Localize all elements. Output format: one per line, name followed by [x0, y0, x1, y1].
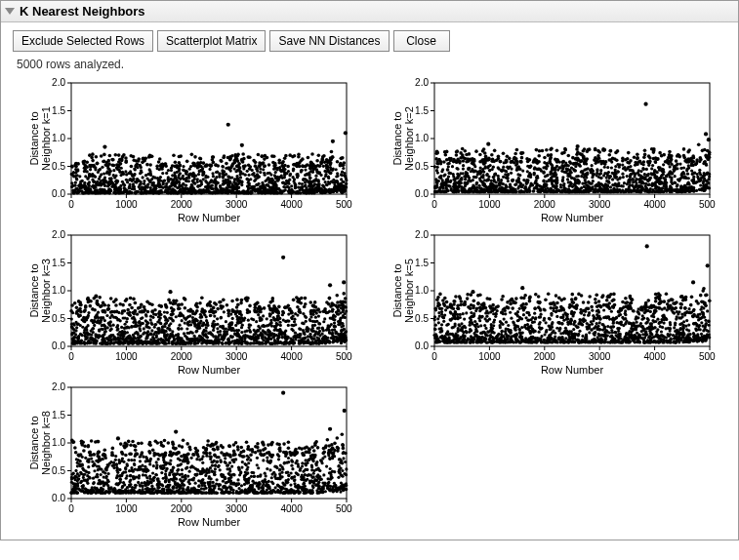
- svg-point-4752: [234, 324, 237, 327]
- svg-point-6327: [666, 327, 669, 330]
- svg-point-6621: [476, 302, 480, 306]
- svg-point-8034: [218, 483, 221, 486]
- svg-point-4429: [180, 327, 183, 330]
- svg-point-8149: [244, 489, 247, 492]
- svg-point-6707: [527, 297, 531, 300]
- svg-point-800: [218, 176, 221, 179]
- svg-text:1.5: 1.5: [415, 258, 429, 268]
- svg-point-2761: [545, 163, 548, 166]
- svg-point-8021: [266, 456, 268, 459]
- svg-point-3343: [550, 146, 554, 150]
- svg-point-6472: [456, 316, 459, 319]
- svg-point-8280: [103, 448, 106, 452]
- svg-point-6113: [693, 322, 696, 325]
- svg-point-6119: [625, 332, 628, 335]
- svg-point-8431: [246, 448, 250, 452]
- svg-point-2941: [493, 172, 496, 175]
- svg-point-8180: [249, 459, 252, 461]
- svg-point-6321: [472, 339, 475, 341]
- svg-point-6681: [459, 300, 463, 303]
- svg-point-1249: [280, 191, 283, 194]
- svg-point-1382: [152, 189, 155, 192]
- status-text: 5000 rows analyzed.: [1, 58, 738, 77]
- scatterplot-matrix-button[interactable]: Scatterplot Matrix: [157, 30, 266, 52]
- svg-point-6358: [472, 315, 474, 318]
- svg-point-7757: [79, 471, 82, 474]
- svg-point-8214: [124, 454, 128, 458]
- svg-point-7869: [180, 462, 183, 465]
- svg-point-6379: [448, 318, 451, 321]
- svg-point-8212: [239, 446, 243, 450]
- svg-point-6301: [527, 326, 530, 329]
- svg-point-5960: [637, 324, 640, 327]
- svg-point-4213: [153, 326, 156, 329]
- svg-point-4633: [122, 316, 125, 319]
- svg-point-6651: [594, 300, 597, 304]
- svg-point-479: [345, 182, 348, 185]
- svg-point-1168: [185, 180, 187, 182]
- svg-point-4494: [265, 340, 267, 343]
- svg-text:0.0: 0.0: [52, 340, 65, 351]
- svg-text:2000: 2000: [533, 351, 555, 362]
- svg-point-6666: [683, 306, 687, 310]
- svg-point-1300: [299, 191, 302, 194]
- svg-point-6255: [454, 332, 457, 335]
- svg-point-7723: [177, 464, 180, 467]
- svg-point-8144: [108, 490, 111, 493]
- svg-point-4479: [73, 323, 76, 326]
- svg-point-3352: [545, 148, 549, 152]
- svg-point-5057: [159, 304, 163, 308]
- svg-point-7980: [133, 463, 136, 466]
- svg-point-6200: [619, 320, 622, 323]
- svg-point-2037: [699, 183, 702, 186]
- svg-point-7389: [155, 473, 158, 476]
- svg-point-2745: [702, 172, 705, 175]
- svg-point-5568: [473, 320, 476, 323]
- svg-text:1.0: 1.0: [52, 133, 65, 143]
- save-nn-distances-button[interactable]: Save NN Distances: [269, 30, 389, 52]
- exclude-selected-rows-button[interactable]: Exclude Selected Rows: [13, 30, 153, 52]
- svg-point-7870: [211, 484, 214, 487]
- svg-point-5575: [630, 327, 633, 330]
- svg-point-4424: [185, 316, 188, 319]
- svg-point-6425: [492, 321, 495, 324]
- svg-point-4693: [148, 333, 151, 336]
- svg-point-8406: [204, 448, 208, 452]
- svg-point-4737: [179, 341, 182, 344]
- svg-point-3316: [560, 151, 564, 155]
- svg-point-5902: [602, 308, 605, 311]
- svg-point-3016: [532, 173, 535, 176]
- svg-point-5790: [550, 323, 553, 326]
- svg-point-3052: [651, 182, 654, 185]
- svg-point-2425: [591, 180, 594, 182]
- svg-point-7531: [177, 468, 180, 471]
- svg-text:4000: 4000: [643, 351, 666, 362]
- svg-point-4765: [198, 335, 201, 338]
- svg-point-3362: [676, 153, 679, 157]
- svg-point-4562: [149, 315, 152, 318]
- svg-point-3281: [696, 142, 700, 146]
- svg-point-4858: [216, 307, 220, 311]
- svg-point-4723: [152, 338, 155, 340]
- svg-point-8163: [256, 475, 259, 478]
- svg-point-6050: [433, 328, 436, 331]
- svg-point-4507: [127, 336, 130, 339]
- svg-point-6708: [546, 292, 550, 296]
- svg-point-960: [107, 183, 110, 186]
- disclosure-triangle-icon[interactable]: [5, 8, 15, 15]
- svg-point-6137: [512, 320, 514, 323]
- svg-point-8259: [185, 453, 189, 457]
- svg-point-6445: [436, 340, 439, 343]
- svg-point-2976: [646, 183, 649, 186]
- svg-point-4758: [275, 329, 278, 332]
- close-button[interactable]: Close: [393, 30, 450, 52]
- svg-point-3543: [333, 321, 336, 324]
- svg-point-1422: [340, 189, 343, 192]
- svg-point-1676: [318, 164, 322, 168]
- svg-point-8042: [278, 477, 281, 480]
- svg-point-3030: [613, 176, 616, 179]
- panel-header[interactable]: K Nearest Neighbors: [1, 1, 738, 22]
- svg-point-5038: [79, 303, 83, 307]
- svg-point-987: [179, 178, 182, 180]
- svg-point-1671: [129, 154, 133, 158]
